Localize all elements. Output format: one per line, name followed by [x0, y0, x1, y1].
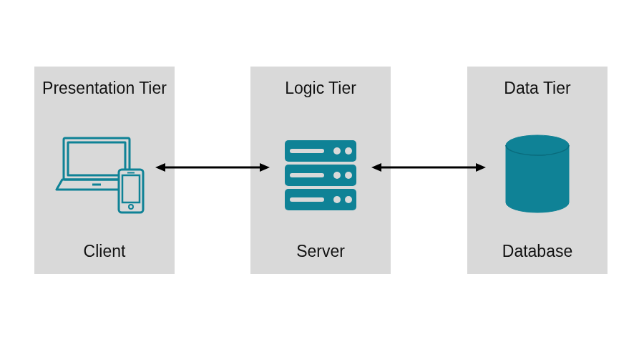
svg-point-18: [333, 196, 341, 203]
svg-marker-26: [476, 163, 486, 172]
logic-tier-box: Logic Tier: [250, 67, 391, 274]
svg-marker-23: [260, 163, 270, 172]
svg-marker-25: [371, 163, 381, 172]
logic-tier-title: Logic Tier: [250, 79, 391, 98]
presentation-tier-subtitle: Client: [34, 242, 175, 261]
svg-point-15: [345, 172, 352, 179]
presentation-tier-title: Presentation Tier: [34, 79, 175, 98]
database-cylinder-icon: [467, 119, 608, 231]
presentation-tier-box: Presentation Tier Client: [34, 67, 175, 274]
server-stack-icon: [250, 119, 391, 231]
svg-point-14: [333, 172, 341, 179]
data-tier-box: Data Tier Database: [467, 67, 608, 274]
svg-marker-22: [155, 163, 165, 172]
logic-tier-subtitle: Server: [250, 242, 391, 261]
svg-rect-17: [290, 197, 324, 202]
svg-rect-9: [290, 149, 324, 153]
data-tier-title: Data Tier: [467, 79, 608, 98]
svg-rect-13: [290, 173, 324, 177]
client-devices-icon: [34, 119, 175, 231]
data-tier-subtitle: Database: [467, 242, 608, 261]
svg-point-11: [345, 147, 352, 155]
three-tier-architecture-diagram: Presentation Tier Client: [0, 0, 644, 362]
svg-point-10: [333, 147, 341, 155]
svg-rect-1: [68, 142, 125, 175]
arrow-presentation-logic: [155, 160, 270, 175]
svg-point-19: [345, 196, 352, 203]
arrow-logic-data: [371, 160, 486, 175]
